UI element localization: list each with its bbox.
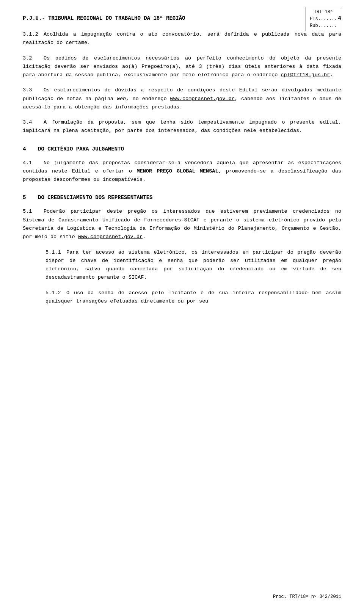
section-5-1-2: 5.1.2O uso da senha de acesso pelo licit…: [23, 289, 341, 306]
footer-text: Proc. TRT/18ª nº 342/2011: [273, 594, 341, 599]
doc-header: P.J.U.- TRIBUNAL REGIONAL DO TRABALHO DA…: [23, 11, 341, 21]
footer: Proc. TRT/18ª nº 342/2011: [273, 594, 341, 599]
section-3-3-text: 3.3Os esclarecimentos de dúvidas a respe…: [23, 86, 341, 111]
section-5-1-before: Poderão participar deste pregão os inter…: [23, 209, 341, 240]
section-5-1-1-number: 5.1.1: [46, 248, 66, 257]
section-5-1: 5.1Poderão participar deste pregão os in…: [23, 207, 341, 241]
section-5-1-1-text: 5.1.1Para ter acesso ao sistema eletrôni…: [46, 248, 341, 282]
section-5-1-after: .: [143, 234, 146, 240]
section-3-3: 3.3Os esclarecimentos de dúvidas a respe…: [23, 86, 341, 111]
section-3-3-number: 3.3: [23, 86, 44, 94]
section-5-number: 5: [23, 194, 38, 201]
section-4-title-text: DO CRITÉRIO PARA JULGAMENTO: [38, 146, 124, 152]
header-line3: Rub.......: [310, 22, 337, 29]
section-5-1-1-content: Para ter acesso ao sistema eletrônico, o…: [46, 249, 341, 281]
page-container: TRT 18ª Fls....... Rub....... P.J.U.- TR…: [0, 0, 364, 607]
section-3-4-content: A formulação da proposta, sem que tenha …: [23, 119, 341, 133]
section-3-1-2-text: 3.1.2Acolhida a impugnação contra o ato …: [23, 30, 341, 47]
section-3-4-number: 3.4: [23, 118, 44, 127]
section-5-title-text: DO CREDENCIAMENTO DOS REPRESENTANTES: [38, 194, 152, 201]
section-5-title: 5 DO CREDENCIAMENTO DOS REPRESENTANTES: [23, 194, 341, 201]
header-line1: TRT 18ª: [310, 9, 337, 16]
header-line2: Fls.......: [310, 16, 337, 22]
section-3-3-url[interactable]: www.comprasnet.gov.br: [170, 96, 235, 102]
section-5-1-url[interactable]: www.comprasnet.gov.br: [78, 234, 143, 240]
doc-title: P.J.U.- TRIBUNAL REGIONAL DO TRABALHO DA…: [23, 15, 331, 21]
section-3-1-2-content: Acolhida a impugnação contra o ato convo…: [23, 31, 341, 45]
section-3-2-text: 3.2Os pedidos de esclarecimentos necessá…: [23, 54, 341, 80]
section-5-1-2-number: 5.1.2: [46, 289, 66, 297]
section-5-1-text: 5.1Poderão participar deste pregão os in…: [23, 207, 341, 241]
section-4-number: 4: [23, 146, 38, 152]
section-3-2-email[interactable]: cpl@trt18.jus.br: [281, 72, 330, 78]
section-4-1-number: 4.1: [23, 159, 44, 167]
section-3-4-text: 3.4A formulação da proposta, sem que ten…: [23, 118, 341, 135]
section-5-1-1: 5.1.1Para ter acesso ao sistema eletrôni…: [23, 248, 341, 282]
section-3-2-number: 3.2: [23, 54, 44, 63]
section-5-1-2-text: 5.1.2O uso da senha de acesso pelo licit…: [46, 289, 341, 306]
section-4-1-bold: MENOR PREÇO GLOBAL MENSAL,: [136, 168, 221, 174]
section-3-3-mid: , no endereço: [126, 96, 170, 102]
section-5-1-2-content: O uso da senha de acesso pelo licitante …: [46, 290, 341, 304]
section-3-3-web: web: [117, 96, 126, 102]
section-3-2-after: .: [330, 72, 333, 78]
section-3-1-2-number: 3.1.2: [23, 30, 44, 39]
section-3-2: 3.2Os pedidos de esclarecimentos necessá…: [23, 54, 341, 80]
section-4-1: 4.1No julgamento das propostas considera…: [23, 159, 341, 184]
section-3-4: 3.4A formulação da proposta, sem que ten…: [23, 118, 341, 135]
header-box: TRT 18ª Fls....... Rub.......: [306, 7, 341, 31]
section-4-title: 4 DO CRITÉRIO PARA JULGAMENTO: [23, 146, 341, 152]
section-5-1-number: 5.1: [23, 207, 44, 216]
section-4-1-text: 4.1No julgamento das propostas considera…: [23, 159, 341, 184]
section-3-1-2: 3.1.2Acolhida a impugnação contra o ato …: [23, 30, 341, 47]
